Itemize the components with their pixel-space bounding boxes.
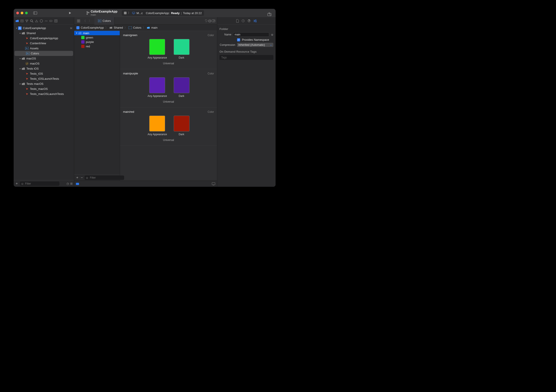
debug-nav-icon[interactable] <box>45 19 48 23</box>
editor-options-icon[interactable] <box>208 19 211 23</box>
tree-item[interactable]: ▾macOS <box>14 56 74 61</box>
report-nav-icon[interactable] <box>54 19 58 23</box>
status-state: Ready <box>171 11 180 15</box>
traffic-lights <box>16 12 28 14</box>
namespace-checkbox[interactable]: ✓ <box>237 38 240 41</box>
tree-item[interactable]: ▾Tests iOS <box>14 66 74 71</box>
history-inspector-icon[interactable] <box>241 19 245 23</box>
color-swatch-any[interactable] <box>149 39 165 55</box>
find-nav-icon[interactable] <box>30 19 33 23</box>
add-editor-icon[interactable] <box>212 19 215 23</box>
project-root[interactable]: ▾ A ColorExampleApp M <box>14 25 74 31</box>
project-nav-icon[interactable] <box>15 19 19 23</box>
file-inspector-icon[interactable] <box>236 19 239 23</box>
help-inspector-icon[interactable]: ? <box>247 19 251 23</box>
breadcrumb[interactable]: ColorExampleApp〉 Shared〉 Colors〉 main <box>74 25 217 31</box>
svg-rect-5 <box>124 12 127 14</box>
run-button[interactable] <box>67 10 73 16</box>
remove-asset-button[interactable]: − <box>81 176 83 180</box>
swatch-label: Dark <box>179 133 184 136</box>
color-swatch-dark[interactable] <box>174 77 190 93</box>
scm-filter-icon[interactable]: ⊞ <box>70 182 73 185</box>
tags-field[interactable]: Tags <box>219 55 273 60</box>
swatch-label: Any Appearance <box>147 94 167 98</box>
asset-title: main/purple <box>123 72 138 75</box>
compression-label: Compression <box>219 43 235 47</box>
related-items-icon[interactable] <box>76 18 81 24</box>
attributes-inspector-icon[interactable] <box>253 19 257 23</box>
svg-point-56 <box>254 21 255 21</box>
outline-footer: ＋ − ⊜ <box>74 174 120 180</box>
issue-nav-icon[interactable] <box>35 19 38 23</box>
svg-rect-6 <box>132 12 135 14</box>
activity-status[interactable]: 〉 M...c ColorExampleApp: Ready | Today a… <box>122 10 204 16</box>
asset-type: Color <box>208 72 214 75</box>
nav-back-icon[interactable]: 〈 <box>82 18 87 24</box>
tree-item[interactable]: Tests_macOSLaunchTests <box>14 91 74 96</box>
source-control-nav-icon[interactable] <box>20 19 24 23</box>
tag-indicator[interactable] <box>76 183 79 185</box>
svg-point-36 <box>99 20 100 21</box>
svg-rect-32 <box>79 20 80 21</box>
device-selector-icon[interactable] <box>212 182 215 185</box>
navigator-tabs <box>14 17 74 25</box>
symbol-nav-icon[interactable] <box>25 19 29 23</box>
tab-label: Colors <box>103 19 111 23</box>
add-asset-button[interactable]: ＋ <box>76 175 79 180</box>
swift-icon <box>25 72 29 75</box>
asset-type: Color <box>208 34 214 37</box>
asset-group: main/redColor Any Appearance Dark Univer… <box>120 108 217 146</box>
tree-item[interactable]: Assets <box>14 46 74 51</box>
tree-item[interactable]: ▾Tests macOS <box>14 81 74 86</box>
branch-name: ColorExampleApp <box>91 10 117 13</box>
close-window[interactable] <box>16 12 19 14</box>
svg-line-19 <box>32 21 33 23</box>
tree-item[interactable]: Colors <box>15 51 73 56</box>
outline-item[interactable]: purple <box>74 40 120 44</box>
nav-filter-input[interactable] <box>20 181 59 186</box>
swift-icon <box>25 42 29 45</box>
folder-icon <box>22 57 25 60</box>
test-nav-icon[interactable] <box>40 19 43 23</box>
branch-indicator[interactable]: ColorExampleApp main <box>86 10 117 16</box>
svg-point-3 <box>87 14 88 15</box>
inspector-toggle-icon[interactable] <box>266 11 272 18</box>
color-swatch-dark[interactable] <box>174 116 190 132</box>
refresh-icon[interactable] <box>205 19 208 23</box>
editor-tab[interactable]: Colors <box>94 17 115 25</box>
color-swatch-dark[interactable] <box>174 39 190 55</box>
name-field[interactable] <box>233 32 269 37</box>
tree-item[interactable]: macOS <box>14 61 74 66</box>
outline-item[interactable]: red <box>74 44 120 48</box>
tree-item[interactable]: ▾Shared <box>14 31 74 36</box>
zoom-window[interactable] <box>25 12 28 14</box>
outline-filter-input[interactable] <box>85 175 124 180</box>
tree-item[interactable]: Tests_iOSLaunchTests <box>14 76 74 81</box>
tree-item[interactable]: ColorExampleAppApp <box>14 36 74 41</box>
asset-canvas: main/greenColor Any Appearance Dark Univ… <box>120 31 217 180</box>
minimize-window[interactable] <box>21 12 23 14</box>
sidebar-toggle-icon[interactable] <box>32 10 38 16</box>
compression-select[interactable]: Inherited (Automatic) <box>237 43 273 47</box>
name-label: Name <box>219 33 231 36</box>
titlebar: ColorExampleApp main 〉 M...c ColorExampl… <box>14 9 276 17</box>
breakpoint-nav-icon[interactable] <box>49 19 53 23</box>
color-swatch-any[interactable] <box>149 116 165 132</box>
add-file-button[interactable]: ＋ <box>15 181 18 186</box>
svg-point-2 <box>87 11 88 12</box>
folder-icon <box>22 67 25 70</box>
swatch-label: Dark <box>179 94 184 98</box>
tree-item[interactable]: Tests_macOS <box>14 86 74 91</box>
svg-point-55 <box>255 20 256 20</box>
outline-folder[interactable]: ▾ main <box>74 31 120 35</box>
svg-point-30 <box>25 62 28 65</box>
tree-item[interactable]: Tests_iOS <box>14 71 74 76</box>
color-swatch-any[interactable] <box>149 77 165 93</box>
recent-icon[interactable]: ◷ <box>67 182 69 185</box>
svg-rect-13 <box>26 20 26 21</box>
swift-icon <box>25 87 29 91</box>
nav-forward-icon[interactable]: 〉 <box>87 18 93 24</box>
outline-item[interactable]: green <box>74 35 120 40</box>
clear-icon[interactable]: ⊕ <box>271 33 273 36</box>
tree-item[interactable]: ContentView <box>14 41 74 46</box>
